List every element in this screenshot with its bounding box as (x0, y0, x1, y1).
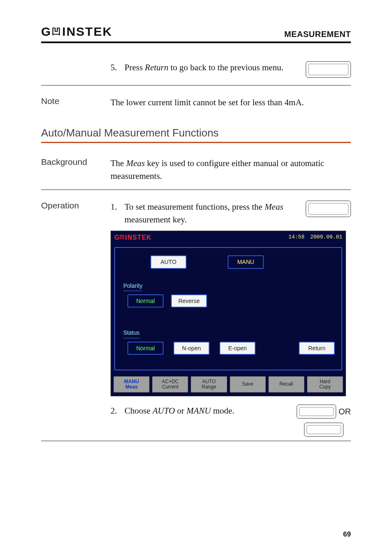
note-text: The lower current limit cannot be set fo… (111, 96, 351, 109)
header-section: MEASUREMENT (284, 30, 351, 39)
mode-manu-button[interactable]: MANU (228, 255, 264, 268)
tab-acdc-current[interactable]: AC+DC Current (152, 376, 188, 393)
status-normal-button[interactable]: Normal (127, 342, 164, 355)
mode-auto-button[interactable]: AUTO (150, 255, 187, 268)
screenshot-date: 2009.09.01 (310, 234, 342, 241)
step5-text: Press Return to go back to the previous … (125, 61, 301, 74)
auto-key-ref: AUTO (152, 406, 175, 416)
tab-save[interactable]: Save (230, 376, 266, 393)
divider-1 (41, 85, 351, 86)
status-nopen-button[interactable]: N-open (173, 342, 210, 355)
status-eopen-button[interactable]: E-open (219, 342, 256, 355)
brand-gw: G (41, 25, 51, 39)
manu-keycap (304, 423, 344, 437)
background-label: Background (41, 157, 101, 167)
note-label: Note (41, 96, 101, 106)
step1-number: 1. (111, 201, 120, 213)
return-keycap (306, 61, 351, 78)
tab-hard-copy[interactable]: Hard Copy (307, 376, 343, 393)
polarity-normal-button[interactable]: Normal (127, 294, 164, 308)
section-underline (41, 142, 351, 143)
return-button[interactable]: Return (299, 342, 335, 355)
softkey-strip: MANU Meas AC+DC Current AUTO Range Save (111, 374, 346, 396)
operation-step1: 1. To set measurement functions, press t… (111, 201, 351, 226)
or-label: OR (339, 406, 351, 418)
page-header: G凹INSTEK MEASUREMENT (41, 25, 351, 43)
polarity-label: Polarity (123, 282, 143, 291)
operation-step2: 2. Choose AUTO or MANU mode. OR (111, 405, 351, 437)
divider-2 (41, 190, 351, 190)
polarity-reverse-button[interactable]: Reverse (171, 294, 207, 308)
manu-key-ref: MANU (187, 406, 211, 416)
auto-keycap (297, 405, 336, 419)
page-number: 69 (343, 530, 351, 539)
tab-manu-meas[interactable]: MANU Meas (113, 376, 150, 393)
tab-auto-range[interactable]: AUTO Range (191, 376, 227, 393)
screenshot-brand: G凹INSTEK (114, 233, 152, 242)
step2-text: Choose AUTO or MANU mode. (125, 405, 292, 417)
section-heading: Auto/Manual Measurement Functions (41, 127, 351, 139)
operation-label: Operation (41, 201, 101, 210)
return-key-ref: Return (145, 62, 168, 72)
status-label: Status (123, 328, 140, 338)
device-screenshot: G凹INSTEK 14:58 2009.09.01 AUTO MANU Pola… (111, 231, 346, 396)
background-text: The Meas key is used to configure either… (111, 157, 351, 182)
meas-keycap (306, 201, 351, 217)
brand-logo: G凹INSTEK (41, 25, 112, 39)
screenshot-titlebar: G凹INSTEK 14:58 2009.09.01 (111, 231, 346, 244)
brand-instek: INSTEK (62, 25, 112, 39)
step5-number: 5. (111, 61, 120, 74)
divider-3 (41, 441, 351, 441)
step5-row: 5. Press Return to go back to the previo… (41, 61, 351, 78)
meas-key-ref-1: Meas (126, 158, 145, 168)
background-row: Background The Meas key is used to confi… (41, 157, 351, 182)
note-row: Note The lower current limit cannot be s… (41, 96, 351, 109)
step1-text: To set measurement functions, press the … (125, 201, 301, 226)
brand-w-glyph: 凹 (52, 26, 61, 38)
operation-row: Operation 1. To set measurement function… (41, 201, 351, 437)
screenshot-time: 14:58 (288, 234, 304, 241)
meas-key-ref-2: Meas (265, 202, 284, 212)
step2-number: 2. (111, 405, 120, 417)
tab-recall[interactable]: Recall (268, 376, 304, 393)
